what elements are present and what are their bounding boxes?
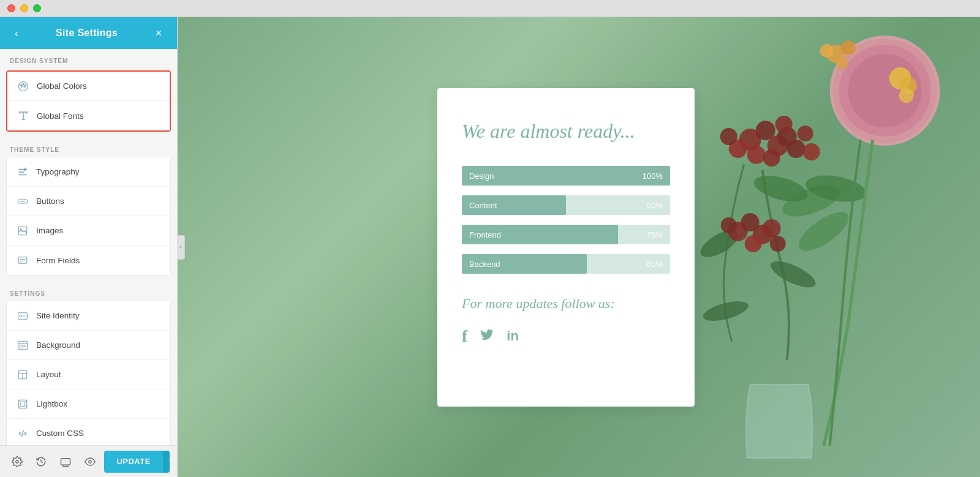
lightbox-icon — [17, 398, 29, 410]
svg-rect-22 — [20, 402, 25, 407]
content-card: We are almost ready... Design 100% Conte… — [437, 88, 695, 407]
svg-point-28 — [16, 460, 19, 463]
progress-label-design: Design — [469, 171, 494, 181]
svg-point-57 — [840, 40, 855, 55]
svg-point-64 — [720, 217, 736, 233]
progress-pct-content: 50% — [647, 201, 663, 210]
window-chrome — [0, 0, 980, 17]
sidebar-item-layout[interactable]: Layout — [7, 360, 170, 389]
close-panel-button[interactable]: × — [150, 24, 167, 42]
facebook-icon: f — [462, 326, 467, 346]
custom-css-label: Custom CSS — [36, 429, 84, 438]
layout-label: Layout — [36, 370, 61, 379]
svg-rect-7 — [18, 257, 27, 264]
maximize-button[interactable] — [33, 4, 41, 12]
sidebar-item-background[interactable]: Background — [7, 331, 170, 360]
close-button[interactable] — [7, 4, 15, 12]
sidebar-item-images[interactable]: Images — [7, 216, 170, 246]
preview-icon[interactable] — [80, 451, 100, 473]
theme-style-label: THEME STYLE — [0, 138, 177, 157]
svg-point-33 — [88, 460, 91, 463]
svg-point-65 — [762, 219, 780, 238]
svg-point-11 — [20, 315, 22, 317]
svg-point-55 — [899, 88, 913, 103]
progress-track-frontend: Frontend 75% — [462, 225, 670, 244]
progress-track-backend: Backend 60% — [462, 254, 670, 274]
buttons-label: Buttons — [36, 197, 64, 206]
svg-rect-15 — [20, 345, 23, 348]
identity-icon — [17, 310, 29, 322]
lightbox-label: Lightbox — [36, 399, 67, 408]
collapse-handle[interactable]: ‹ — [177, 235, 185, 260]
social-icons: f in — [462, 326, 670, 346]
progress-label-backend: Backend — [469, 260, 500, 269]
image-icon — [17, 225, 29, 237]
svg-point-45 — [802, 143, 820, 160]
layout-icon — [17, 369, 29, 381]
svg-point-66 — [769, 236, 785, 252]
svg-point-59 — [835, 57, 848, 69]
svg-point-43 — [797, 126, 813, 141]
svg-point-44 — [720, 128, 737, 145]
sidebar-item-form-fields[interactable]: Form Fields — [7, 246, 170, 275]
sidebar-footer: UPDATE ▾ — [0, 445, 177, 477]
button-icon — [17, 195, 29, 208]
sidebar-item-site-identity[interactable]: Site Identity — [7, 301, 170, 331]
sidebar-content: DESIGN SYSTEM Global Colors — [0, 49, 177, 445]
preview-area: We are almost ready... Design 100% Conte… — [178, 17, 980, 477]
svg-point-39 — [763, 149, 780, 167]
settings-section: Site Identity Background — [6, 301, 171, 445]
design-system-label: DESIGN SYSTEM — [0, 49, 177, 68]
palette-icon — [17, 80, 29, 92]
progress-track-content: Content 50% — [462, 195, 670, 215]
background-label: Background — [36, 340, 80, 350]
progress-pct-design: 100% — [643, 171, 663, 181]
sidebar-item-typography[interactable]: Typography — [7, 157, 170, 187]
svg-point-0 — [21, 85, 22, 86]
twitter-icon — [480, 327, 494, 345]
update-btn-group: UPDATE ▾ — [104, 451, 170, 473]
svg-point-42 — [786, 140, 805, 158]
sidebar-item-buttons[interactable]: Buttons — [7, 187, 170, 216]
settings-footer-icon[interactable] — [7, 451, 27, 473]
minimize-button[interactable] — [20, 4, 28, 12]
svg-point-37 — [747, 146, 765, 164]
sidebar: ‹ Site Settings × DESIGN SYSTEM — [0, 17, 178, 477]
svg-point-2 — [24, 85, 26, 86]
sidebar-item-custom-css[interactable]: Custom CSS — [7, 419, 170, 445]
type-icon — [17, 110, 29, 122]
progress-bar-frontend: Frontend 75% — [462, 225, 670, 244]
sidebar-header: ‹ Site Settings × — [0, 17, 177, 49]
sidebar-item-global-fonts[interactable]: Global Fonts — [7, 101, 170, 130]
svg-point-41 — [775, 116, 792, 133]
history-icon[interactable] — [32, 451, 51, 473]
settings-label: SETTINGS — [0, 282, 177, 301]
sidebar-item-lightbox[interactable]: Lightbox — [7, 389, 170, 419]
progress-bar-design: Design 100% — [462, 166, 670, 186]
form-icon — [17, 254, 29, 266]
background-icon — [17, 339, 29, 351]
responsive-icon[interactable] — [56, 451, 75, 473]
typography-label: Typography — [36, 167, 80, 176]
progress-bar-backend: Backend 60% — [462, 254, 670, 274]
progress-label-content: Content — [469, 201, 497, 210]
svg-point-63 — [744, 235, 761, 252]
back-button[interactable]: ‹ — [10, 24, 23, 42]
progress-track-design: Design 100% — [462, 166, 670, 186]
heading-icon — [17, 166, 29, 178]
card-title: We are almost ready... — [462, 119, 670, 145]
card-subtitle: For more updates follow us: — [462, 296, 670, 312]
images-label: Images — [36, 226, 63, 235]
progress-bar-content: Content 50% — [462, 195, 670, 215]
progress-pct-backend: 60% — [647, 260, 663, 269]
svg-point-1 — [23, 83, 24, 85]
progress-label-frontend: Frontend — [469, 230, 501, 239]
form-fields-label: Form Fields — [36, 256, 80, 265]
theme-style-section: Typography Buttons — [6, 157, 171, 276]
update-dropdown-button[interactable]: ▾ — [163, 451, 170, 473]
update-button[interactable]: UPDATE — [104, 451, 162, 473]
site-identity-label: Site Identity — [36, 311, 80, 320]
progress-pct-frontend: 75% — [647, 230, 663, 239]
sidebar-item-global-colors[interactable]: Global Colors — [7, 72, 170, 101]
svg-rect-29 — [61, 458, 70, 465]
